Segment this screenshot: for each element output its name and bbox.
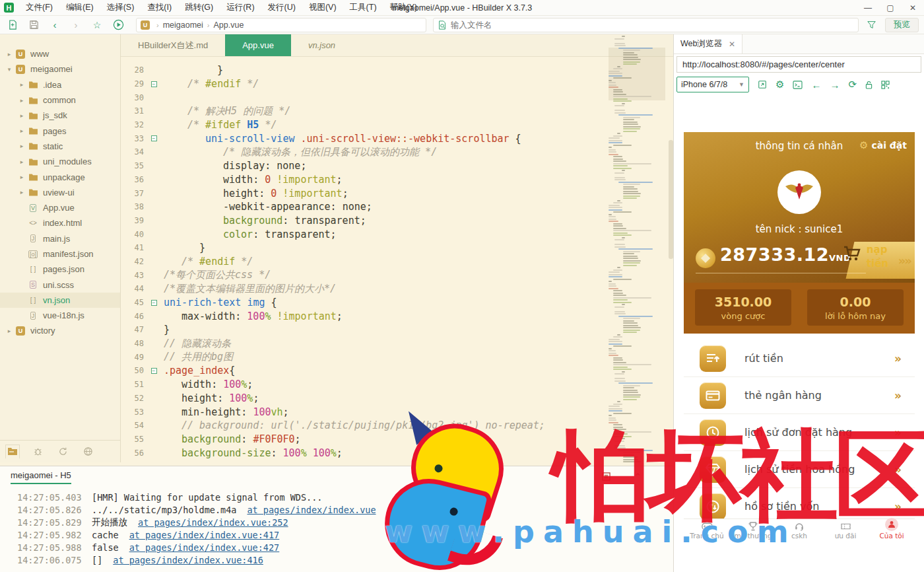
- menu-视图V[interactable]: 视图(V): [302, 0, 343, 16]
- browser-tab[interactable]: Web浏览器 ✕: [674, 34, 742, 54]
- log-source-link[interactable]: at pages/index/index.vue:252: [138, 517, 288, 528]
- minimap-viewport[interactable]: [609, 48, 665, 100]
- chevron-right-icon[interactable]: ▸: [16, 143, 27, 149]
- code-line-30[interactable]: 30: [121, 90, 607, 104]
- chevron-down-icon[interactable]: ▾: [4, 66, 15, 73]
- qr-code-button[interactable]: [881, 81, 890, 89]
- code-line-56[interactable]: 56background-size: 100% 100%;: [121, 446, 607, 460]
- recharge-label[interactable]: nạp tiền: [867, 243, 888, 271]
- console-tab[interactable]: meigaomei - H5: [11, 470, 71, 484]
- browser-settings-button[interactable]: ⚙: [776, 79, 784, 90]
- chevron-right-icon[interactable]: ▸: [16, 127, 27, 134]
- tree-item-main.js[interactable]: Jmain.js: [0, 231, 120, 246]
- menu-item-lịch-sử-đơn-đặt-hàng[interactable]: lịch sử đơn đặt hàng»: [684, 414, 915, 451]
- code-line-42[interactable]: 42/* #endif */: [121, 255, 607, 269]
- code-line-28[interactable]: 28}: [121, 63, 607, 77]
- settings-button[interactable]: ⚙ cài đặt: [859, 139, 907, 151]
- tree-item-vue-i18n.js[interactable]: Jvue-i18n.js: [0, 308, 120, 323]
- tree-item-uni_modules[interactable]: ▸uni_modules: [0, 154, 120, 169]
- files-tab[interactable]: [5, 445, 20, 459]
- chevron-right-icon[interactable]: ▸: [16, 81, 27, 88]
- breadcrumb-project[interactable]: meigaomei: [163, 20, 203, 30]
- browser-refresh-button[interactable]: ⟳: [848, 79, 857, 90]
- menu-发行U[interactable]: 发行(U): [261, 0, 302, 16]
- editor-tab-vn.json[interactable]: vn.json: [291, 34, 352, 56]
- code-line-51[interactable]: 51width: 100%;: [121, 378, 607, 392]
- console-panel-icon[interactable]: [602, 472, 610, 483]
- menu-文件F[interactable]: 文件(F): [19, 0, 59, 16]
- menu-item-thẻ-ngân-hàng[interactable]: thẻ ngân hàng»: [684, 377, 915, 414]
- chevron-right-icon[interactable]: ▸: [16, 174, 27, 180]
- tree-item-pages[interactable]: ▸pages: [0, 123, 120, 138]
- nav-item-Trang-chủ[interactable]: Trang chủ: [684, 519, 730, 542]
- tree-item-www[interactable]: ▸Uwww: [0, 46, 120, 61]
- tree-item-index.html[interactable]: <>index.html: [0, 215, 120, 231]
- menu-查找I[interactable]: 查找(I): [141, 0, 178, 16]
- fold-marker-icon[interactable]: −: [144, 81, 164, 87]
- chevron-right-icon[interactable]: ▸: [16, 112, 27, 119]
- close-icon[interactable]: ✕: [729, 40, 735, 49]
- debug-tab[interactable]: [30, 445, 45, 459]
- code-line-32[interactable]: 32/* #ifdef H5 */: [121, 118, 607, 132]
- code-area[interactable]: 28}29−/* #endif */3031/* 解决H5 的问题 */32/*…: [121, 57, 607, 466]
- menu-编辑E[interactable]: 编辑(E): [59, 0, 100, 16]
- editor-tab-HBuilderX自述.md[interactable]: HBuilderX自述.md: [121, 34, 225, 56]
- code-line-34[interactable]: 34/* 隐藏滚动条，但依旧具备可以滚动的功能 */: [121, 145, 607, 159]
- avatar[interactable]: [777, 170, 821, 214]
- tree-item-static[interactable]: ▸static: [0, 139, 120, 154]
- code-line-36[interactable]: 36width: 0 !important;: [121, 173, 607, 187]
- tree-item-common[interactable]: ▸common: [0, 92, 120, 108]
- browser-forward-button[interactable]: →: [830, 79, 840, 90]
- lock-icon[interactable]: [865, 81, 873, 89]
- chevron-right-icon[interactable]: ▸: [16, 159, 27, 165]
- menu-运行R[interactable]: 运行(R): [220, 0, 261, 16]
- code-line-53[interactable]: 53min-height: 100vh;: [121, 405, 607, 419]
- code-line-38[interactable]: 38-webkit-appearance: none;: [121, 200, 607, 214]
- code-line-50[interactable]: 50−.page_index{: [121, 364, 607, 378]
- run-button[interactable]: [110, 18, 127, 32]
- tree-item-uni.scss[interactable]: Suni.scss: [0, 277, 120, 292]
- chevron-right-icon[interactable]: ▸: [4, 328, 15, 334]
- menu-item-rút-tiền[interactable]: rút tiền»: [684, 340, 915, 377]
- code-line-40[interactable]: 40color: transparent;: [121, 227, 607, 241]
- code-line-44[interactable]: 44/*覆盖文本编辑器里面的图片的大小*/: [121, 282, 607, 296]
- fold-marker-icon[interactable]: −: [144, 300, 164, 306]
- menu-item-lịch-sử-tiền-hoa-hồng[interactable]: lịch sử tiền hoa hồng»: [684, 451, 915, 488]
- tree-item-App.vue[interactable]: VApp.vue: [0, 200, 120, 215]
- tree-item-meigaomei[interactable]: ▾Umeigaomei: [0, 61, 120, 77]
- history-tab[interactable]: [55, 445, 70, 459]
- code-line-45[interactable]: 45−uni-rich-text img {: [121, 296, 607, 310]
- code-line-35[interactable]: 35display: none;: [121, 159, 607, 173]
- log-source-link[interactable]: at pages/index/index.vue:427: [129, 542, 280, 553]
- console-button[interactable]: [793, 81, 803, 89]
- file-search-box[interactable]: [433, 18, 859, 32]
- new-file-button[interactable]: [4, 18, 21, 32]
- code-line-49[interactable]: 49// 共用的bg图: [121, 350, 607, 364]
- device-select[interactable]: iPhone 6/7/8 ▼: [676, 77, 749, 92]
- code-line-52[interactable]: 52height: 100%;: [121, 392, 607, 406]
- web-tab[interactable]: [81, 445, 95, 459]
- nav-back-button[interactable]: ‹: [46, 18, 63, 32]
- tree-item-js_sdk[interactable]: ▸js_sdk: [0, 108, 120, 123]
- editor-scrollbar[interactable]: [669, 140, 673, 259]
- tree-item-uview-ui[interactable]: ▸uview-ui: [0, 185, 120, 200]
- code-line-47[interactable]: 47}: [121, 323, 607, 337]
- tree-item-unpackage[interactable]: ▸unpackage: [0, 169, 120, 184]
- browser-back-button[interactable]: ←: [811, 79, 821, 90]
- tree-item-pages.json[interactable]: [ ]pages.json: [0, 262, 120, 277]
- minimize-button[interactable]: —: [857, 0, 879, 16]
- code-line-31[interactable]: 31/* 解决H5 的问题 */: [121, 104, 607, 118]
- code-line-46[interactable]: 46max-width: 100% !important;: [121, 309, 607, 323]
- code-line-55[interactable]: 55background: #F0F0F0;: [121, 433, 607, 447]
- menu-选择S[interactable]: 选择(S): [100, 0, 141, 16]
- file-search-input[interactable]: [451, 20, 854, 30]
- chevron-right-icon[interactable]: ▸: [16, 189, 27, 196]
- collapse-console-button[interactable]: ⌃: [634, 472, 642, 483]
- menu-工具T[interactable]: 工具(T): [343, 0, 383, 16]
- filter-button[interactable]: [863, 18, 880, 32]
- tree-item-vn.json[interactable]: [ ]vn.json: [0, 293, 120, 308]
- code-line-41[interactable]: 41}: [121, 241, 607, 255]
- breadcrumb[interactable]: U › meigaomei › App.vue: [136, 18, 426, 32]
- browser-url-bar[interactable]: http://localhost:8080/#/pages/center/cen…: [676, 56, 921, 73]
- code-line-43[interactable]: 43/*每个页面公共css */: [121, 268, 607, 282]
